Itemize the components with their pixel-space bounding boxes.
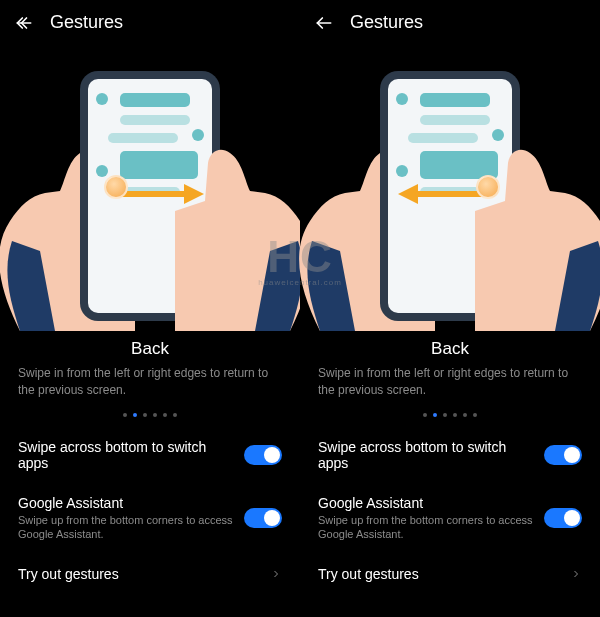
setting-label-wrap: Google Assistant Swipe up from the botto…: [318, 495, 544, 543]
setting-switch-apps[interactable]: Swipe across bottom to switch apps: [0, 427, 300, 483]
dot: [473, 413, 477, 417]
dot: [153, 413, 157, 417]
header: Gestures: [0, 0, 300, 41]
page-title: Gestures: [50, 12, 123, 33]
page-title: Gestures: [350, 12, 423, 33]
setting-switch-apps[interactable]: Swipe across bottom to switch apps: [300, 427, 600, 483]
setting-label: Try out gestures: [318, 566, 560, 582]
back-icon[interactable]: [314, 13, 334, 33]
toggle-google-assistant[interactable]: [244, 508, 282, 528]
settings-panel-right: Gestures: [300, 0, 600, 617]
setting-try-out-gestures[interactable]: Try out gestures: [300, 554, 600, 594]
setting-google-assistant[interactable]: Google Assistant Swipe up from the botto…: [300, 483, 600, 555]
setting-label: Google Assistant: [318, 495, 534, 511]
setting-label-wrap: Google Assistant Swipe up from the botto…: [18, 495, 244, 543]
dot: [163, 413, 167, 417]
page-indicator: [300, 413, 600, 417]
hand-illustration: [110, 141, 320, 331]
gesture-title: Back: [0, 339, 300, 359]
setting-label: Swipe across bottom to switch apps: [18, 439, 234, 471]
setting-sublabel: Swipe up from the bottom corners to acce…: [18, 513, 234, 543]
hand-illustration: [410, 141, 600, 331]
setting-label: Google Assistant: [18, 495, 234, 511]
gesture-title: Back: [300, 339, 600, 359]
dot: [453, 413, 457, 417]
gesture-illustration: [300, 41, 600, 321]
settings-panel-left: Gestures: [0, 0, 300, 617]
setting-sublabel: Swipe up from the bottom corners to acce…: [318, 513, 534, 543]
dot: [443, 413, 447, 417]
dot: [173, 413, 177, 417]
toggle-switch-apps[interactable]: [244, 445, 282, 465]
gesture-description: Swipe in from the left or right edges to…: [0, 359, 300, 399]
setting-label-wrap: Try out gestures: [318, 566, 570, 582]
setting-label: Try out gestures: [18, 566, 260, 582]
dot-active: [133, 413, 137, 417]
setting-label-wrap: Swipe across bottom to switch apps: [18, 439, 244, 471]
dot: [463, 413, 467, 417]
toggle-google-assistant[interactable]: [544, 508, 582, 528]
setting-try-out-gestures[interactable]: Try out gestures: [0, 554, 300, 594]
gesture-illustration: [0, 41, 300, 321]
dot: [123, 413, 127, 417]
gesture-description: Swipe in from the left or right edges to…: [300, 359, 600, 399]
back-icon[interactable]: [14, 13, 34, 33]
setting-google-assistant[interactable]: Google Assistant Swipe up from the botto…: [0, 483, 300, 555]
dot: [423, 413, 427, 417]
dot-active: [433, 413, 437, 417]
setting-label-wrap: Try out gestures: [18, 566, 270, 582]
page-indicator: [0, 413, 300, 417]
dot: [143, 413, 147, 417]
chevron-right-icon: [270, 568, 282, 580]
setting-label-wrap: Swipe across bottom to switch apps: [318, 439, 544, 471]
header: Gestures: [300, 0, 600, 41]
toggle-switch-apps[interactable]: [544, 445, 582, 465]
chevron-right-icon: [570, 568, 582, 580]
setting-label: Swipe across bottom to switch apps: [318, 439, 534, 471]
